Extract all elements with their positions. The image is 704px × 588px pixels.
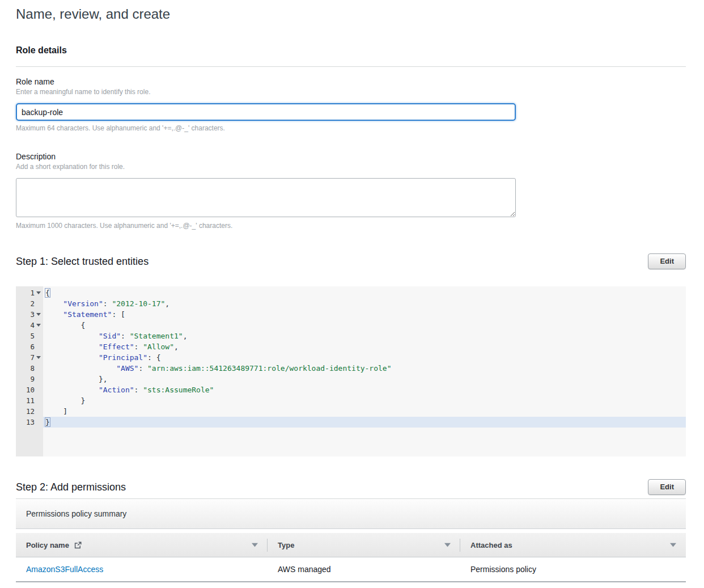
fold-arrow-icon[interactable] — [36, 313, 41, 316]
description-field: Description Add a short explanation for … — [16, 152, 686, 230]
editor-line-code: "Effect": "Allow", — [43, 341, 686, 352]
page: Name, review, and create Role details Ro… — [0, 0, 704, 582]
editor-line-code: "Version": "2012-10-17", — [43, 298, 686, 309]
editor-line-number: 13 — [16, 417, 43, 428]
sort-down-icon[interactable] — [251, 543, 258, 547]
editor-line-2: 2 "Version": "2012-10-17", — [16, 298, 686, 309]
editor-line-code: "Action": "sts:AssumeRole" — [43, 384, 686, 395]
step2-header-row: Step 2: Add permissions Edit — [16, 479, 686, 495]
description-label: Description — [16, 152, 686, 161]
editor-line-number: 7 — [16, 352, 43, 363]
editor-line-code: { — [43, 287, 686, 298]
editor-line-number: 11 — [16, 395, 43, 406]
sort-down-icon[interactable] — [444, 543, 451, 547]
policy-editor-lines: 1{2 "Version": "2012-10-17",3 "Statement… — [16, 287, 686, 428]
description-constraint: Maximum 1000 characters. Use alphanumeri… — [16, 222, 686, 230]
editor-line-number: 9 — [16, 374, 43, 384]
column-header-policy-name: Policy name — [16, 533, 268, 557]
editor-line-9: 9 }, — [16, 374, 686, 384]
step1-section: Step 1: Select trusted entities Edit 1{2… — [16, 253, 686, 456]
editor-line-code: "Statement": [ — [43, 309, 686, 320]
editor-line-12: 12 ] — [16, 406, 686, 417]
editor-line-7: 7 "Principal": { — [16, 352, 686, 363]
editor-line-code: { — [43, 320, 686, 331]
column-header-label: Type — [278, 541, 294, 549]
table-cell: AmazonS3FullAccess — [16, 565, 268, 574]
editor-line-number: 2 — [16, 298, 43, 309]
editor-line-10: 10 "Action": "sts:AssumeRole" — [16, 384, 686, 395]
editor-line-code: "AWS": "arn:aws:iam::541263489771:role/w… — [43, 363, 686, 374]
step1-heading: Step 1: Select trusted entities — [16, 256, 149, 268]
column-header-type: Type — [268, 533, 460, 557]
editor-line-number: 12 — [16, 406, 43, 417]
role-name-constraint: Maximum 64 characters. Use alphanumeric … — [16, 124, 686, 132]
description-textarea[interactable] — [16, 178, 516, 217]
editor-line-code: } — [43, 417, 686, 428]
step2-section: Step 2: Add permissions Edit Permissions… — [16, 479, 686, 582]
role-details-section: Role details Role name Enter a meaningfu… — [16, 45, 686, 230]
step2-edit-button[interactable]: Edit — [648, 479, 686, 495]
divider — [16, 66, 686, 67]
editor-line-number: 1 — [16, 287, 43, 298]
page-title: Name, review, and create — [16, 5, 686, 24]
editor-line-number: 8 — [16, 363, 43, 374]
editor-line-8: 8 "AWS": "arn:aws:iam::541263489771:role… — [16, 363, 686, 374]
table-row: AmazonS3FullAccessAWS managedPermissions… — [16, 557, 686, 582]
step1-edit-button[interactable]: Edit — [648, 253, 686, 269]
editor-line-number: 4 — [16, 320, 43, 331]
role-name-label: Role name — [16, 77, 686, 86]
step2-heading: Step 2: Add permissions — [16, 481, 126, 493]
editor-line-code: "Sid": "Statement1", — [43, 331, 686, 341]
editor-line-number: 5 — [16, 331, 43, 341]
editor-line-5: 5 "Sid": "Statement1", — [16, 331, 686, 341]
policy-table-header-row: Policy nameTypeAttached as — [16, 533, 686, 557]
step1-header-row: Step 1: Select trusted entities Edit — [16, 253, 686, 269]
role-name-input[interactable] — [16, 103, 516, 121]
fold-arrow-icon[interactable] — [36, 291, 41, 294]
editor-line-3: 3 "Statement": [ — [16, 309, 686, 320]
fold-arrow-icon[interactable] — [36, 356, 41, 359]
editor-line-code: } — [43, 395, 686, 406]
table-cell: AWS managed — [268, 565, 460, 574]
policy-document-editor[interactable]: 1{2 "Version": "2012-10-17",3 "Statement… — [16, 286, 686, 456]
editor-line-number: 3 — [16, 309, 43, 320]
editor-line-number: 6 — [16, 341, 43, 352]
editor-line-1: 1{ — [16, 287, 686, 298]
column-header-label: Policy name — [26, 541, 69, 549]
role-details-heading: Role details — [16, 45, 686, 56]
editor-line-13: 13} — [16, 417, 686, 428]
policy-table-body: AmazonS3FullAccessAWS managedPermissions… — [16, 557, 686, 582]
column-header-attached-as: Attached as — [460, 533, 686, 557]
editor-line-code: ] — [43, 406, 686, 417]
sort-down-icon[interactable] — [669, 543, 677, 547]
editor-line-4: 4 { — [16, 320, 686, 331]
editor-line-code: }, — [43, 374, 686, 384]
fold-arrow-icon[interactable] — [36, 324, 41, 327]
editor-line-code: "Principal": { — [43, 352, 686, 363]
editor-line-6: 6 "Effect": "Allow", — [16, 341, 686, 352]
editor-line-number: 10 — [16, 384, 43, 395]
editor-line-11: 11 } — [16, 395, 686, 406]
role-name-field: Role name Enter a meaningful name to ide… — [16, 77, 686, 132]
column-header-label: Attached as — [470, 541, 512, 549]
permissions-policy-table: Policy nameTypeAttached as AmazonS3FullA… — [16, 533, 686, 582]
description-hint: Add a short explanation for this role. — [16, 163, 686, 171]
external-link-icon — [74, 541, 82, 549]
role-name-hint: Enter a meaningful name to identify this… — [16, 88, 686, 96]
policy-link[interactable]: AmazonS3FullAccess — [26, 565, 103, 574]
table-cell: Permissions policy — [460, 565, 686, 574]
permissions-summary-header: Permissions policy summary — [16, 499, 686, 529]
